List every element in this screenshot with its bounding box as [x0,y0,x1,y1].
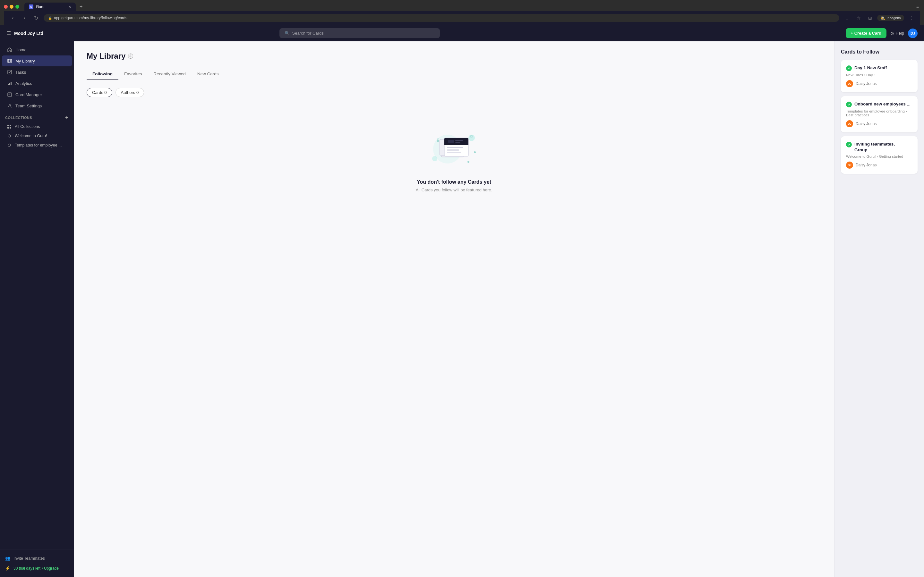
follow-card-2-author: DJ Daisy Jonas [846,161,913,169]
analytics-icon [7,81,12,86]
forward-button[interactable]: › [20,13,29,23]
collection-all-label: All Collections [15,124,40,129]
page-title-row: My Library ⓘ [87,52,821,61]
back-button[interactable]: ‹ [8,13,17,23]
main-content: My Library ⓘ Following Favorites Recentl… [74,41,834,577]
follow-card-1-title: Onboard new employees ... [855,101,911,107]
tab-new-cards[interactable]: New Cards [192,68,225,80]
svg-rect-30 [447,152,461,153]
lock-icon: 🔒 [48,16,52,20]
follow-card-1[interactable]: Onboard new employees ... Templates for … [841,96,918,132]
follow-card-0-author: DJ Daisy Jonas [846,80,913,87]
menu-icon[interactable]: ⋮ [907,13,916,23]
incognito-badge: 🕵 Incognito [877,15,904,21]
collection-templates-icon [7,143,11,147]
library-icon [7,58,12,63]
svg-rect-3 [8,70,11,74]
svg-rect-4 [8,84,9,85]
upgrade-icon: ⚡ [5,566,10,571]
follow-card-2-title: Inviting teammates, Group... [855,141,913,153]
create-card-button[interactable]: + Create a Card [846,28,887,38]
follow-card-0-header: Day 1 New Staff [846,65,913,71]
svg-rect-2 [11,59,11,63]
reload-button[interactable]: ↻ [31,13,40,23]
app-body: Home My Library Tasks Analytics [0,41,924,577]
search-bar-container: 🔍 [279,28,440,38]
author-name-0: Daisy Jonas [856,81,877,86]
verified-icon-0 [846,65,852,71]
extension-icon[interactable]: ⊞ [866,13,875,23]
invite-label: Invite Teammates [13,556,45,561]
user-avatar[interactable]: DJ [908,29,918,38]
sidebar-item-team-settings[interactable]: Team Settings [2,100,72,111]
svg-rect-28 [447,147,463,148]
filter-authors-button[interactable]: Authors 0 [115,88,144,97]
follow-card-2-header: Inviting teammates, Group... [846,141,913,153]
verified-icon-2 [846,142,852,147]
search-icon: 🔍 [284,31,290,35]
sidebar-item-home[interactable]: Home [2,44,72,55]
follow-card-2[interactable]: Inviting teammates, Group... Welcome to … [841,136,918,174]
filter-buttons: Cards 0 Authors 0 [87,88,821,97]
cast-icon[interactable]: ⊡ [843,13,851,23]
trial-upgrade-button[interactable]: ⚡ 30 trial days left • Upgrade [0,563,74,573]
tab-list-icon[interactable]: ≡ [916,4,920,9]
address-bar[interactable]: 🔒 app.getguru.com/my-library/following/c… [44,14,839,22]
tab-recently-viewed[interactable]: Recently Viewed [148,68,192,80]
sidebar-item-tasks-label: Tasks [15,70,26,75]
sidebar-item-analytics[interactable]: Analytics [2,78,72,89]
collections-header: Collections + [0,111,74,122]
sidebar-item-card-manager-label: Card Manager [15,92,42,97]
minimize-window-button[interactable] [10,5,13,9]
tab-favorites[interactable]: Favorites [118,68,148,80]
tasks-icon [7,69,12,75]
info-icon[interactable]: ⓘ [128,53,133,59]
sidebar: Home My Library Tasks Analytics [0,41,74,577]
collection-all[interactable]: All Collections [2,122,72,131]
collection-templates-label: Templates for employee ... [15,143,62,147]
team-settings-icon [7,103,12,108]
hamburger-icon[interactable]: ☰ [6,30,11,36]
follow-card-0[interactable]: Day 1 New Staff New Hires › Day 1 DJ Dai… [841,60,918,92]
svg-rect-1 [9,59,10,63]
svg-point-19 [474,151,476,153]
tab-bar: G Guru ✕ + ≡ [4,3,920,11]
bookmark-icon[interactable]: ☆ [854,13,863,23]
svg-rect-9 [7,125,9,126]
svg-rect-29 [447,149,459,151]
follow-card-0-title: Day 1 New Staff [855,65,887,71]
sidebar-footer: 👥 Invite Teammates ⚡ 30 trial days left … [0,549,74,577]
sidebar-item-card-manager[interactable]: Card Manager [2,89,72,100]
tab-close-icon[interactable]: ✕ [68,5,71,9]
filter-cards-button[interactable]: Cards 0 [87,88,112,97]
new-tab-button[interactable]: + [78,4,84,10]
collection-welcome-label: Welcome to Guru! [15,134,47,138]
active-browser-tab[interactable]: G Guru ✕ [24,3,76,11]
brand-name: Mood Joy Ltd [14,31,43,36]
tab-following[interactable]: Following [87,68,118,80]
help-icon: ⊙ [890,31,894,36]
collection-templates[interactable]: Templates for employee ... [2,141,72,150]
svg-rect-33 [455,142,460,143]
collections-add-button[interactable]: + [65,115,69,121]
maximize-window-button[interactable] [15,5,19,9]
search-input[interactable] [292,31,435,35]
svg-point-14 [8,144,11,147]
svg-rect-12 [10,127,11,129]
collection-welcome[interactable]: Welcome to Guru! [2,131,72,140]
invite-teammates-button[interactable]: 👥 Invite Teammates [0,553,74,563]
empty-state-title: You don't follow any Cards yet [417,179,491,185]
follow-card-1-header: Onboard new employees ... [846,101,913,107]
follow-card-1-breadcrumb: Templates for employee onboarding › Best… [846,109,913,117]
sidebar-item-my-library[interactable]: My Library [2,55,72,66]
author-avatar-0: DJ [846,80,853,87]
svg-point-20 [467,161,469,163]
help-button[interactable]: ⊙ Help [890,31,904,36]
app-brand-area: ☰ Mood Joy Ltd [6,30,74,36]
close-window-button[interactable] [4,5,8,9]
traffic-lights [4,5,19,9]
empty-state: You don't follow any Cards yet All Cards… [87,107,821,211]
card-manager-icon [7,92,12,97]
svg-rect-31 [448,140,454,143]
sidebar-item-tasks[interactable]: Tasks [2,67,72,77]
